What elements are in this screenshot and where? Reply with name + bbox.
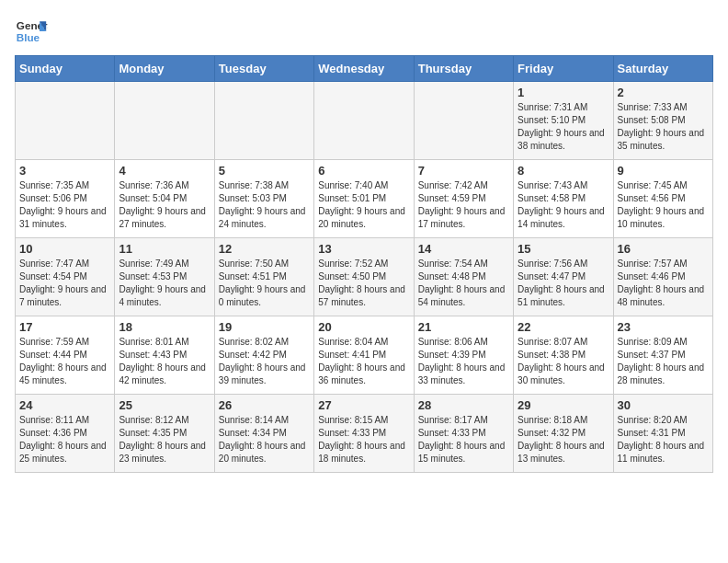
day-number: 18 [119,320,210,334]
day-number: 1 [518,86,609,99]
day-number: 15 [518,242,609,256]
day-number: 20 [318,320,409,334]
day-info: Sunrise: 7:42 AM Sunset: 4:59 PM Dayligh… [418,179,509,231]
calendar-cell: 25Sunrise: 8:12 AM Sunset: 4:35 PM Dayli… [115,395,214,473]
calendar-week-2: 3Sunrise: 7:35 AM Sunset: 5:06 PM Daylig… [16,160,713,238]
calendar-cell: 26Sunrise: 8:14 AM Sunset: 4:34 PM Dayli… [214,395,313,473]
calendar-cell: 19Sunrise: 8:02 AM Sunset: 4:42 PM Dayli… [214,316,313,395]
logo-icon: General Blue [15,15,48,48]
day-number: 19 [219,320,310,334]
calendar-cell: 5Sunrise: 7:38 AM Sunset: 5:03 PM Daylig… [214,160,313,238]
calendar-cell [314,82,414,160]
day-info: Sunrise: 7:56 AM Sunset: 4:47 PM Dayligh… [518,258,609,309]
day-number: 14 [418,242,509,256]
day-number: 2 [618,86,709,99]
day-info: Sunrise: 7:57 AM Sunset: 4:46 PM Dayligh… [618,258,709,309]
day-number: 25 [119,398,210,412]
day-info: Sunrise: 8:14 AM Sunset: 4:34 PM Dayligh… [219,414,310,465]
calendar-cell: 28Sunrise: 8:17 AM Sunset: 4:33 PM Dayli… [414,395,513,473]
day-info: Sunrise: 8:18 AM Sunset: 4:32 PM Dayligh… [518,414,609,465]
day-info: Sunrise: 8:15 AM Sunset: 4:33 PM Dayligh… [318,414,409,465]
calendar-cell [414,82,513,160]
day-number: 29 [518,398,609,412]
calendar-cell: 1Sunrise: 7:31 AM Sunset: 5:10 PM Daylig… [514,82,613,160]
calendar-cell: 10Sunrise: 7:47 AM Sunset: 4:54 PM Dayli… [16,238,115,316]
calendar-cell: 11Sunrise: 7:49 AM Sunset: 4:53 PM Dayli… [115,238,214,316]
day-info: Sunrise: 7:49 AM Sunset: 4:53 PM Dayligh… [119,258,210,309]
day-number: 4 [119,164,210,178]
day-info: Sunrise: 8:09 AM Sunset: 4:37 PM Dayligh… [618,336,709,387]
calendar-week-3: 10Sunrise: 7:47 AM Sunset: 4:54 PM Dayli… [16,238,713,316]
day-number: 21 [418,320,509,334]
day-number: 12 [219,242,310,256]
day-number: 13 [318,242,409,256]
day-info: Sunrise: 8:11 AM Sunset: 4:36 PM Dayligh… [19,414,110,465]
calendar-cell [214,82,313,160]
header-saturday: Saturday [613,56,712,82]
calendar-cell: 6Sunrise: 7:40 AM Sunset: 5:01 PM Daylig… [314,160,414,238]
day-number: 11 [119,242,210,256]
day-info: Sunrise: 8:17 AM Sunset: 4:33 PM Dayligh… [418,414,509,465]
day-number: 26 [219,398,310,412]
calendar-week-4: 17Sunrise: 7:59 AM Sunset: 4:44 PM Dayli… [16,316,713,395]
calendar-cell: 12Sunrise: 7:50 AM Sunset: 4:51 PM Dayli… [214,238,313,316]
calendar-week-1: 1Sunrise: 7:31 AM Sunset: 5:10 PM Daylig… [16,82,713,160]
day-info: Sunrise: 7:47 AM Sunset: 4:54 PM Dayligh… [19,258,110,309]
day-info: Sunrise: 7:31 AM Sunset: 5:10 PM Dayligh… [518,101,609,153]
day-number: 7 [418,164,509,178]
calendar-cell: 24Sunrise: 8:11 AM Sunset: 4:36 PM Dayli… [16,395,115,473]
calendar-cell: 3Sunrise: 7:35 AM Sunset: 5:06 PM Daylig… [16,160,115,238]
day-number: 3 [19,164,110,178]
day-number: 22 [518,320,609,334]
calendar-cell: 21Sunrise: 8:06 AM Sunset: 4:39 PM Dayli… [414,316,513,395]
calendar-cell: 18Sunrise: 8:01 AM Sunset: 4:43 PM Dayli… [115,316,214,395]
calendar-cell: 9Sunrise: 7:45 AM Sunset: 4:56 PM Daylig… [613,160,712,238]
day-info: Sunrise: 7:38 AM Sunset: 5:03 PM Dayligh… [219,179,310,231]
calendar-cell: 23Sunrise: 8:09 AM Sunset: 4:37 PM Dayli… [613,316,712,395]
day-number: 23 [618,320,709,334]
calendar-cell: 2Sunrise: 7:33 AM Sunset: 5:08 PM Daylig… [613,82,712,160]
logo: General Blue [15,15,48,48]
day-info: Sunrise: 8:20 AM Sunset: 4:31 PM Dayligh… [618,414,709,465]
calendar-cell: 4Sunrise: 7:36 AM Sunset: 5:04 PM Daylig… [115,160,214,238]
calendar-week-5: 24Sunrise: 8:11 AM Sunset: 4:36 PM Dayli… [16,395,713,473]
day-info: Sunrise: 7:54 AM Sunset: 4:48 PM Dayligh… [418,258,509,309]
calendar-cell: 27Sunrise: 8:15 AM Sunset: 4:33 PM Dayli… [314,395,414,473]
day-info: Sunrise: 7:59 AM Sunset: 4:44 PM Dayligh… [19,336,110,387]
calendar-cell [115,82,214,160]
calendar-cell [16,82,115,160]
day-number: 8 [518,164,609,178]
day-info: Sunrise: 8:06 AM Sunset: 4:39 PM Dayligh… [418,336,509,387]
day-info: Sunrise: 7:52 AM Sunset: 4:50 PM Dayligh… [318,258,409,309]
day-info: Sunrise: 7:45 AM Sunset: 4:56 PM Dayligh… [618,179,709,231]
day-info: Sunrise: 7:36 AM Sunset: 5:04 PM Dayligh… [119,179,210,231]
calendar-cell: 15Sunrise: 7:56 AM Sunset: 4:47 PM Dayli… [514,238,613,316]
calendar-cell: 29Sunrise: 8:18 AM Sunset: 4:32 PM Dayli… [514,395,613,473]
header-friday: Friday [514,56,613,82]
day-number: 27 [318,398,409,412]
calendar-cell: 20Sunrise: 8:04 AM Sunset: 4:41 PM Dayli… [314,316,414,395]
calendar-cell: 30Sunrise: 8:20 AM Sunset: 4:31 PM Dayli… [613,395,712,473]
day-number: 17 [19,320,110,334]
day-number: 24 [19,398,110,412]
day-info: Sunrise: 7:33 AM Sunset: 5:08 PM Dayligh… [618,101,709,153]
day-number: 6 [318,164,409,178]
day-info: Sunrise: 8:04 AM Sunset: 4:41 PM Dayligh… [318,336,409,387]
day-info: Sunrise: 8:07 AM Sunset: 4:38 PM Dayligh… [518,336,609,387]
header-sunday: Sunday [16,56,115,82]
header-thursday: Thursday [414,56,513,82]
day-info: Sunrise: 8:12 AM Sunset: 4:35 PM Dayligh… [119,414,210,465]
calendar-cell: 17Sunrise: 7:59 AM Sunset: 4:44 PM Dayli… [16,316,115,395]
calendar-cell: 14Sunrise: 7:54 AM Sunset: 4:48 PM Dayli… [414,238,513,316]
day-info: Sunrise: 7:35 AM Sunset: 5:06 PM Dayligh… [19,179,110,231]
day-number: 9 [618,164,709,178]
day-number: 16 [618,242,709,256]
calendar-cell: 16Sunrise: 7:57 AM Sunset: 4:46 PM Dayli… [613,238,712,316]
calendar-cell: 7Sunrise: 7:42 AM Sunset: 4:59 PM Daylig… [414,160,513,238]
calendar-cell: 8Sunrise: 7:43 AM Sunset: 4:58 PM Daylig… [514,160,613,238]
day-number: 10 [19,242,110,256]
day-info: Sunrise: 7:50 AM Sunset: 4:51 PM Dayligh… [219,258,310,309]
calendar-header-row: SundayMondayTuesdayWednesdayThursdayFrid… [16,56,713,82]
header-wednesday: Wednesday [314,56,414,82]
svg-text:Blue: Blue [17,31,40,43]
